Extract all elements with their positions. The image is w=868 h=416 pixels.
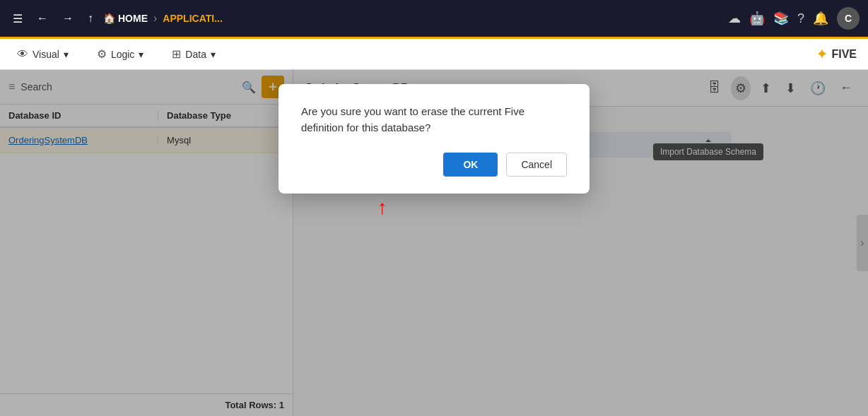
breadcrumb: APPLICATI... xyxy=(163,13,223,24)
top-nav: ☰ ← → ↑ 🏠 HOME › APPLICATI... ☁ 🤖 📚 ? 🔔 … xyxy=(0,0,868,37)
visual-chevron-icon: ▾ xyxy=(64,49,69,60)
nav-separator: › xyxy=(153,12,157,25)
up-nav-button[interactable]: ↑ xyxy=(83,8,98,29)
logic-label: Logic xyxy=(111,49,134,60)
visual-label: Visual xyxy=(33,49,59,60)
red-arrow-indicator: ↑ xyxy=(377,196,387,219)
robot-icon[interactable]: 🤖 xyxy=(749,11,765,26)
data-tab[interactable]: ⊞ Data ▾ xyxy=(166,44,221,64)
home-nav: 🏠 HOME xyxy=(103,13,148,24)
nav-right: ☁ 🤖 📚 ? 🔔 C xyxy=(728,7,860,30)
data-chevron-icon: ▾ xyxy=(211,49,216,60)
back-nav-button[interactable]: ← xyxy=(33,8,52,29)
home-icon: 🏠 xyxy=(103,13,115,24)
cloud-icon[interactable]: ☁ xyxy=(728,11,741,26)
logic-chevron-icon: ▾ xyxy=(139,49,143,60)
nav-left: ☰ ← → ↑ 🏠 HOME › APPLICATI... xyxy=(8,8,728,30)
eye-icon: 👁 xyxy=(17,48,28,61)
avatar[interactable]: C xyxy=(837,7,860,30)
home-label: HOME xyxy=(118,13,148,24)
forward-nav-button[interactable]: → xyxy=(58,8,78,29)
dialog-buttons: OK Cancel xyxy=(301,153,567,177)
dialog-cancel-button[interactable]: Cancel xyxy=(506,153,567,177)
help-icon[interactable]: ? xyxy=(797,11,804,26)
hamburger-button[interactable]: ☰ xyxy=(8,8,27,30)
dialog-ok-button[interactable]: OK xyxy=(443,153,498,177)
main-content: ≡ 🔍 + Database ID Database Type Ordering… xyxy=(0,70,868,416)
confirm-dialog: Are you sure you want to erase the curre… xyxy=(278,84,590,194)
five-logo-text: FIVE xyxy=(831,48,857,61)
bell-icon[interactable]: 🔔 xyxy=(813,11,828,26)
logic-tab[interactable]: ⚙ Logic ▾ xyxy=(91,44,149,64)
data-icon: ⊞ xyxy=(172,47,181,61)
five-logo: ✦ FIVE xyxy=(816,47,857,62)
visual-tab[interactable]: 👁 Visual ▾ xyxy=(11,45,74,64)
books-icon[interactable]: 📚 xyxy=(773,11,789,26)
five-star-icon: ✦ xyxy=(816,47,827,62)
logic-icon: ⚙ xyxy=(97,47,107,61)
second-toolbar: 👁 Visual ▾ ⚙ Logic ▾ ⊞ Data ▾ ✦ FIVE xyxy=(0,39,868,70)
dialog-message: Are you sure you want to erase the curre… xyxy=(301,104,567,136)
data-label: Data xyxy=(185,49,206,60)
dialog-overlay: Are you sure you want to erase the curre… xyxy=(0,70,868,416)
